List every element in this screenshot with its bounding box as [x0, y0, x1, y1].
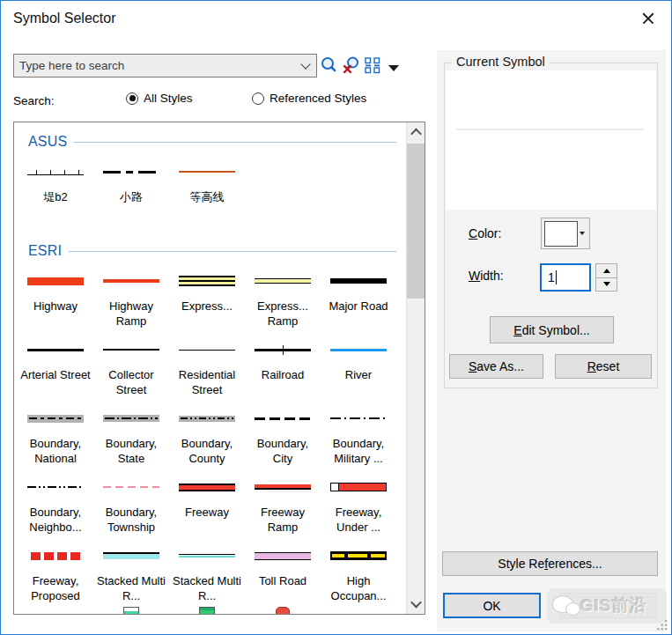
- symbol-item[interactable]: Express... Ramp: [245, 263, 321, 332]
- symbol-item-partial[interactable]: [245, 607, 321, 614]
- resize-grip-icon[interactable]: [657, 620, 668, 631]
- spin-up-button[interactable]: [595, 263, 617, 278]
- color-label: Color:: [469, 226, 501, 240]
- search-placeholder: Type here to search: [14, 59, 295, 72]
- style-references-button[interactable]: Style References...: [442, 551, 658, 576]
- symbol-item[interactable]: Boundary, County: [169, 401, 245, 469]
- combo-dropdown-icon[interactable]: [295, 64, 316, 68]
- symbol-label: Boundary, State: [94, 436, 168, 466]
- symbol-item-partial[interactable]: [93, 607, 169, 614]
- symbol-item[interactable]: 堤b2: [18, 154, 93, 235]
- railroad-swatch-icon: [245, 332, 321, 367]
- group-name: ESRI: [28, 243, 62, 259]
- width-input[interactable]: 1: [540, 263, 591, 292]
- close-button[interactable]: [634, 6, 662, 31]
- symbol-label: 小路: [120, 189, 143, 204]
- spin-down-button[interactable]: [595, 277, 617, 292]
- text-caret: [556, 270, 557, 284]
- symbol-item[interactable]: Railroad: [245, 332, 321, 401]
- arrow-down-icon: [603, 282, 610, 286]
- symbol-item[interactable]: Boundary, Military ...: [321, 401, 396, 469]
- ok-button[interactable]: OK: [443, 593, 541, 618]
- scrollbar[interactable]: [406, 122, 425, 614]
- freeway-prop-swatch-icon: [18, 538, 93, 573]
- chevron-up-icon: [410, 129, 422, 140]
- symbol-item[interactable]: Stacked Multi R...: [169, 538, 245, 607]
- bnd-township-swatch-icon: [93, 469, 169, 505]
- arterial-swatch-icon: [18, 332, 93, 367]
- collector-swatch-icon: [93, 332, 169, 367]
- scrollbar-thumb[interactable]: [407, 144, 425, 299]
- search-input[interactable]: Type here to search: [13, 54, 317, 78]
- group-title: Current Symbol: [452, 55, 550, 69]
- p2-swatch-icon: [169, 607, 245, 614]
- freeway-swatch-icon: [169, 469, 245, 505]
- symbol-item[interactable]: Toll Road: [245, 538, 321, 607]
- group-header-asus: ASUS: [28, 131, 396, 152]
- stacked1-swatch-icon: [93, 538, 169, 573]
- symbol-item[interactable]: Boundary, Neighbo...: [18, 469, 93, 538]
- clear-search-button[interactable]: [341, 55, 362, 76]
- color-dropdown-arrow[interactable]: [578, 221, 587, 246]
- symbol-item[interactable]: Highway Ramp: [93, 263, 169, 332]
- search-button[interactable]: [318, 55, 339, 76]
- symbol-item[interactable]: 等高线: [169, 154, 245, 235]
- symbol-item[interactable]: 小路: [93, 154, 169, 235]
- highway-swatch-icon: [18, 263, 93, 299]
- p1-swatch-icon: [93, 607, 169, 614]
- symbol-label: Collector Street: [94, 367, 168, 397]
- symbol-label: 堤b2: [43, 189, 67, 204]
- symbol-item[interactable]: Freeway, Under ...: [321, 469, 396, 538]
- symbol-label: Railroad: [262, 367, 304, 382]
- symbol-label: Stacked Multi R...: [170, 573, 244, 603]
- symbol-label: Toll Road: [259, 573, 306, 588]
- symbol-list[interactable]: ASUS堤b2小路等高线ESRIHighwayHighway RampExpre…: [13, 122, 425, 615]
- symbol-item[interactable]: Freeway Ramp: [245, 469, 321, 538]
- symbol-item[interactable]: Stacked Multi R...: [93, 538, 169, 607]
- symbol-item[interactable]: Boundary, Township: [93, 469, 169, 538]
- symbol-item[interactable]: Arterial Street: [18, 332, 93, 401]
- search-options-button[interactable]: [383, 57, 404, 78]
- symbol-list-content: ASUS堤b2小路等高线ESRIHighwayHighway RampExpre…: [14, 122, 407, 614]
- symbol-item[interactable]: Boundary, City: [245, 401, 321, 469]
- edit-symbol-button[interactable]: Edit Symbol...: [490, 316, 614, 343]
- hov-swatch-icon: [321, 538, 396, 573]
- radio-all-styles[interactable]: All Styles: [126, 92, 193, 105]
- symbol-item[interactable]: Major Road: [321, 263, 396, 332]
- symbol-item[interactable]: Freeway, Proposed: [18, 538, 93, 607]
- radio-referenced-styles[interactable]: Referenced Styles: [252, 92, 366, 105]
- symbol-label: Major Road: [329, 299, 388, 314]
- symbol-item[interactable]: Collector Street: [93, 332, 169, 401]
- clear-search-icon: [342, 55, 361, 75]
- chevron-down-icon: [580, 232, 585, 235]
- stacked2-swatch-icon: [169, 538, 245, 573]
- color-dropdown-button[interactable]: [541, 218, 590, 249]
- bnd-neigh-swatch-icon: [18, 469, 93, 505]
- current-symbol-group: Current Symbol Color: Width: 1 Edit Symb…: [444, 63, 658, 388]
- scroll-up-button[interactable]: [407, 122, 425, 143]
- symbol-item[interactable]: Boundary, National: [18, 401, 93, 469]
- icon-view-icon: [365, 57, 381, 74]
- icon-view-button[interactable]: [362, 55, 383, 76]
- search-icon: [319, 55, 338, 75]
- symbol-item[interactable]: Highway: [18, 263, 93, 332]
- symbol-label: River: [345, 367, 372, 382]
- symbol-item[interactable]: River: [321, 332, 396, 401]
- symbol-item[interactable]: Residential Street: [169, 332, 245, 401]
- bnd-city-swatch-icon: [245, 401, 321, 436]
- cancel-button-obscured[interactable]: [560, 593, 657, 618]
- scroll-down-button[interactable]: [407, 594, 425, 614]
- residential-swatch-icon: [169, 332, 245, 367]
- symbol-item[interactable]: Express...: [169, 263, 245, 332]
- symbol-item[interactable]: High Occupan...: [321, 538, 396, 607]
- p3-swatch-icon: [245, 607, 321, 614]
- symbol-item[interactable]: Freeway: [169, 469, 245, 538]
- reset-button[interactable]: Reset: [555, 354, 652, 379]
- symbol-item[interactable]: Boundary, State: [93, 401, 169, 469]
- freeway-under-swatch-icon: [321, 469, 396, 505]
- symbol-item-partial[interactable]: [169, 607, 245, 614]
- save-as-button[interactable]: Save As...: [449, 354, 543, 379]
- symbol-label: Highway Ramp: [94, 299, 168, 329]
- bnd-state-swatch-icon: [93, 401, 169, 436]
- symbol-label: Boundary, National: [18, 436, 92, 466]
